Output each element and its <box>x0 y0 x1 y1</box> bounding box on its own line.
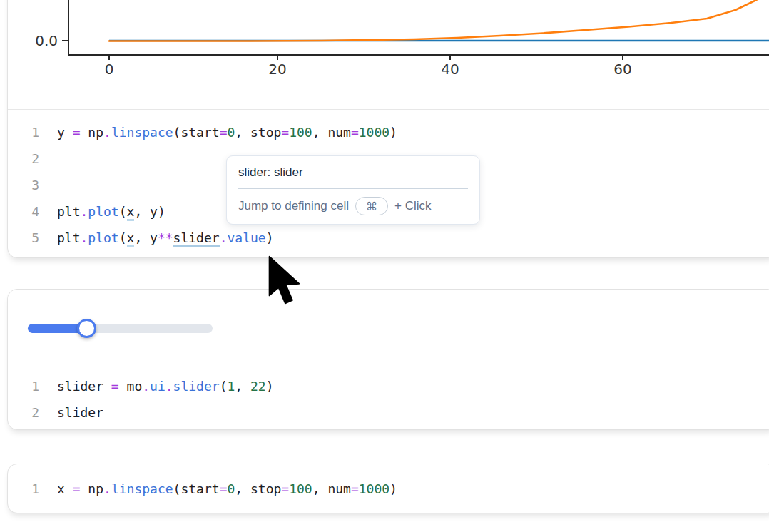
slider[interactable] <box>28 319 213 337</box>
reactive-ref[interactable]: x <box>127 230 135 247</box>
reactive-ref[interactable]: x <box>127 204 135 221</box>
cell-slider: 1slider = mo.ui.slider(1, 22)2slider <box>7 289 769 430</box>
line-number: 2 <box>8 151 49 166</box>
cmd-key-badge: ⌘ <box>355 197 388 215</box>
svg-text:0: 0 <box>105 61 114 78</box>
svg-text:20: 20 <box>268 61 286 78</box>
gutter-divider <box>49 145 49 172</box>
matplotlib-figure: 0.00204060 <box>8 0 769 110</box>
cell-slider-output <box>8 290 769 362</box>
notebook-canvas: { "app": { "kind": "marimo reactive note… <box>0 0 769 532</box>
code-editor-slider[interactable]: 1slider = mo.ui.slider(1, 22)2slider <box>8 362 769 433</box>
code-line: 5plt.plot(x, y**slider.value) <box>8 225 769 251</box>
code-line: 2slider <box>8 399 769 426</box>
tooltip-title: slider: slider <box>238 165 468 188</box>
slider-handle[interactable] <box>77 319 96 338</box>
line-number: 3 <box>8 178 49 193</box>
svg-text:0.0: 0.0 <box>35 32 58 49</box>
svg-text:60: 60 <box>613 61 631 78</box>
line-number: 4 <box>8 204 49 219</box>
code-editor-x[interactable]: 1x = np.linspace(start=0, stop=100, num=… <box>8 464 769 509</box>
line-number: 1 <box>8 481 49 496</box>
line-number: 2 <box>8 405 49 420</box>
tooltip-click-suffix: + Click <box>394 199 431 213</box>
code-line: 1y = np.linspace(start=0, stop=100, num=… <box>8 119 769 145</box>
line-number: 5 <box>8 230 49 245</box>
code-line: 1x = np.linspace(start=0, stop=100, num=… <box>8 476 769 502</box>
line-number: 1 <box>8 379 49 394</box>
gutter-divider <box>49 172 49 198</box>
line-number: 1 <box>8 125 49 140</box>
variable-tooltip: slider: slider Jump to defining cell ⌘ +… <box>226 155 480 225</box>
tooltip-action-label: Jump to defining cell <box>238 199 349 213</box>
cell-plot-output: 0.00204060 <box>8 0 769 110</box>
code-line: 1slider = mo.ui.slider(1, 22) <box>8 373 769 399</box>
cell-x: 1x = np.linspace(start=0, stop=100, num=… <box>7 464 769 513</box>
reactive-ref[interactable]: slider <box>173 230 220 247</box>
svg-text:40: 40 <box>441 61 459 78</box>
